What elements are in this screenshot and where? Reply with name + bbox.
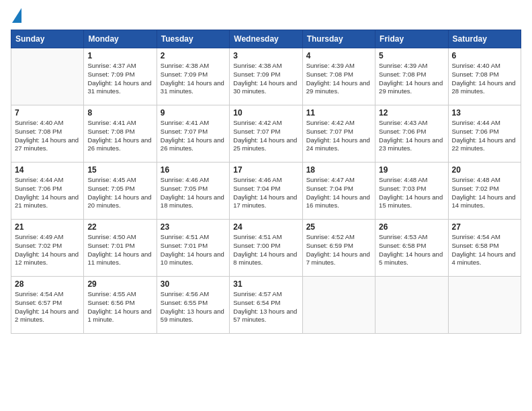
calendar-week-row: 1Sunrise: 4:37 AMSunset: 7:09 PMDaylight… — [11, 48, 521, 105]
calendar-cell — [11, 48, 84, 105]
calendar-cell: 3Sunrise: 4:38 AMSunset: 7:09 PMDaylight… — [230, 48, 302, 105]
day-info: Sunrise: 4:42 AMSunset: 7:07 PMDaylight:… — [233, 119, 298, 153]
day-number: 3 — [233, 51, 298, 60]
day-info: Sunrise: 4:38 AMSunset: 7:09 PMDaylight:… — [161, 62, 226, 96]
day-info: Sunrise: 4:40 AMSunset: 7:08 PMDaylight:… — [15, 119, 80, 153]
weekday-header-monday: Monday — [84, 30, 157, 48]
calendar-cell: 30Sunrise: 4:56 AMSunset: 6:55 PMDayligh… — [157, 277, 229, 334]
day-info: Sunrise: 4:49 AMSunset: 7:02 PMDaylight:… — [15, 233, 80, 267]
day-info: Sunrise: 4:41 AMSunset: 7:08 PMDaylight:… — [87, 119, 152, 153]
calendar-cell: 17Sunrise: 4:46 AMSunset: 7:04 PMDayligh… — [230, 163, 302, 220]
calendar-week-row: 28Sunrise: 4:54 AMSunset: 6:57 PMDayligh… — [11, 277, 521, 334]
day-info: Sunrise: 4:40 AMSunset: 7:08 PMDaylight:… — [452, 62, 517, 96]
calendar-cell: 13Sunrise: 4:44 AMSunset: 7:06 PMDayligh… — [448, 105, 521, 163]
calendar-cell: 27Sunrise: 4:54 AMSunset: 6:58 PMDayligh… — [448, 220, 521, 277]
day-info: Sunrise: 4:46 AMSunset: 7:04 PMDaylight:… — [233, 176, 298, 210]
day-number: 29 — [87, 279, 152, 289]
day-number: 5 — [379, 51, 444, 60]
day-info: Sunrise: 4:41 AMSunset: 7:07 PMDaylight:… — [161, 119, 226, 153]
day-info: Sunrise: 4:51 AMSunset: 7:01 PMDaylight:… — [161, 233, 226, 267]
calendar-cell: 19Sunrise: 4:48 AMSunset: 7:03 PMDayligh… — [375, 163, 448, 220]
calendar-cell: 21Sunrise: 4:49 AMSunset: 7:02 PMDayligh… — [11, 220, 84, 277]
day-number: 19 — [379, 165, 444, 175]
calendar-cell: 11Sunrise: 4:42 AMSunset: 7:07 PMDayligh… — [302, 105, 375, 163]
page-header — [11, 11, 521, 23]
day-number: 12 — [379, 108, 444, 118]
day-number: 4 — [306, 51, 371, 60]
day-number: 28 — [15, 279, 80, 289]
day-info: Sunrise: 4:55 AMSunset: 6:56 PMDaylight:… — [87, 290, 152, 324]
calendar-cell: 1Sunrise: 4:37 AMSunset: 7:09 PMDaylight… — [84, 48, 157, 105]
weekday-header-wednesday: Wednesday — [230, 30, 302, 48]
day-info: Sunrise: 4:44 AMSunset: 7:06 PMDaylight:… — [452, 119, 517, 153]
day-number: 22 — [87, 222, 152, 232]
day-info: Sunrise: 4:51 AMSunset: 7:00 PMDaylight:… — [233, 233, 298, 267]
calendar-header: SundayMondayTuesdayWednesdayThursdayFrid… — [11, 30, 521, 48]
day-number: 20 — [452, 165, 517, 175]
day-number: 24 — [233, 222, 298, 232]
weekday-header-tuesday: Tuesday — [157, 30, 229, 48]
day-number: 10 — [233, 108, 298, 118]
calendar-body: 1Sunrise: 4:37 AMSunset: 7:09 PMDaylight… — [11, 48, 521, 334]
day-number: 8 — [87, 108, 152, 118]
calendar-cell — [448, 277, 521, 334]
calendar-week-row: 14Sunrise: 4:44 AMSunset: 7:06 PMDayligh… — [11, 163, 521, 220]
day-info: Sunrise: 4:45 AMSunset: 7:05 PMDaylight:… — [87, 176, 152, 210]
calendar-week-row: 7Sunrise: 4:40 AMSunset: 7:08 PMDaylight… — [11, 105, 521, 163]
day-info: Sunrise: 4:38 AMSunset: 7:09 PMDaylight:… — [233, 62, 298, 96]
day-number: 13 — [452, 108, 517, 118]
calendar-cell: 20Sunrise: 4:48 AMSunset: 7:02 PMDayligh… — [448, 163, 521, 220]
calendar-cell: 10Sunrise: 4:42 AMSunset: 7:07 PMDayligh… — [230, 105, 302, 163]
calendar-cell: 14Sunrise: 4:44 AMSunset: 7:06 PMDayligh… — [11, 163, 84, 220]
calendar-cell: 12Sunrise: 4:43 AMSunset: 7:06 PMDayligh… — [375, 105, 448, 163]
day-info: Sunrise: 4:56 AMSunset: 6:55 PMDaylight:… — [161, 290, 226, 324]
day-info: Sunrise: 4:37 AMSunset: 7:09 PMDaylight:… — [87, 62, 152, 96]
day-info: Sunrise: 4:39 AMSunset: 7:08 PMDaylight:… — [379, 62, 444, 96]
day-number: 17 — [233, 165, 298, 175]
day-number: 7 — [15, 108, 80, 118]
calendar-cell — [375, 277, 448, 334]
day-number: 11 — [306, 108, 371, 118]
day-number: 14 — [15, 165, 80, 175]
calendar-cell: 31Sunrise: 4:57 AMSunset: 6:54 PMDayligh… — [230, 277, 302, 334]
day-number: 26 — [379, 222, 444, 232]
day-number: 23 — [161, 222, 226, 232]
weekday-header-row: SundayMondayTuesdayWednesdayThursdayFrid… — [11, 30, 521, 48]
day-number: 16 — [161, 165, 226, 175]
day-number: 30 — [161, 279, 226, 289]
day-info: Sunrise: 4:52 AMSunset: 6:59 PMDaylight:… — [306, 233, 371, 267]
calendar-cell: 18Sunrise: 4:47 AMSunset: 7:04 PMDayligh… — [302, 163, 375, 220]
calendar-cell: 29Sunrise: 4:55 AMSunset: 6:56 PMDayligh… — [84, 277, 157, 334]
day-info: Sunrise: 4:44 AMSunset: 7:06 PMDaylight:… — [15, 176, 80, 210]
day-info: Sunrise: 4:57 AMSunset: 6:54 PMDaylight:… — [233, 290, 298, 324]
day-number: 1 — [87, 51, 152, 60]
day-number: 31 — [233, 279, 298, 289]
day-number: 9 — [161, 108, 226, 118]
calendar-cell — [302, 277, 375, 334]
calendar-cell: 4Sunrise: 4:39 AMSunset: 7:08 PMDaylight… — [302, 48, 375, 105]
logo — [11, 11, 21, 23]
day-number: 27 — [452, 222, 517, 232]
day-number: 18 — [306, 165, 371, 175]
day-number: 15 — [87, 165, 152, 175]
calendar-cell: 16Sunrise: 4:46 AMSunset: 7:05 PMDayligh… — [157, 163, 229, 220]
calendar-cell: 28Sunrise: 4:54 AMSunset: 6:57 PMDayligh… — [11, 277, 84, 334]
calendar-cell: 6Sunrise: 4:40 AMSunset: 7:08 PMDaylight… — [448, 48, 521, 105]
calendar-cell: 24Sunrise: 4:51 AMSunset: 7:00 PMDayligh… — [230, 220, 302, 277]
day-number: 6 — [452, 51, 517, 60]
logo-triangle-icon — [12, 8, 21, 23]
calendar-cell: 15Sunrise: 4:45 AMSunset: 7:05 PMDayligh… — [84, 163, 157, 220]
calendar-cell: 2Sunrise: 4:38 AMSunset: 7:09 PMDaylight… — [157, 48, 229, 105]
calendar-cell: 5Sunrise: 4:39 AMSunset: 7:08 PMDaylight… — [375, 48, 448, 105]
calendar-cell: 23Sunrise: 4:51 AMSunset: 7:01 PMDayligh… — [157, 220, 229, 277]
day-info: Sunrise: 4:39 AMSunset: 7:08 PMDaylight:… — [306, 62, 371, 96]
day-number: 21 — [15, 222, 80, 232]
weekday-header-thursday: Thursday — [302, 30, 375, 48]
day-info: Sunrise: 4:48 AMSunset: 7:03 PMDaylight:… — [379, 176, 444, 210]
day-info: Sunrise: 4:54 AMSunset: 6:57 PMDaylight:… — [15, 290, 80, 324]
weekday-header-friday: Friday — [375, 30, 448, 48]
day-info: Sunrise: 4:43 AMSunset: 7:06 PMDaylight:… — [379, 119, 444, 153]
day-number: 25 — [306, 222, 371, 232]
calendar-cell: 7Sunrise: 4:40 AMSunset: 7:08 PMDaylight… — [11, 105, 84, 163]
day-info: Sunrise: 4:47 AMSunset: 7:04 PMDaylight:… — [306, 176, 371, 210]
